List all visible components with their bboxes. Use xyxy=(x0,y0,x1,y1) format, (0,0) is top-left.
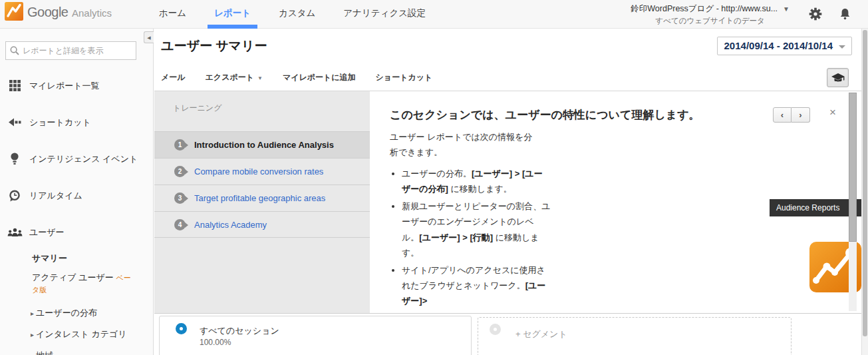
close-icon[interactable]: × xyxy=(829,106,836,119)
info-bullet: ユーザーの分布。[ユーザー] > [ユーザーの分布] に移動します。 xyxy=(402,166,551,196)
lesson-number-badge: 1 xyxy=(174,139,186,151)
training-lesson[interactable]: 3 Target profitable geographic areas xyxy=(154,184,370,211)
expand-caret-icon: ▸ xyxy=(31,352,34,355)
training-heading: このセクションでは、ユーザーの特性について理解します。 xyxy=(390,107,700,123)
segment-percent: 100.00% xyxy=(200,338,231,347)
sidebar-subitem[interactable]: ▸インタレスト カテゴリ xyxy=(0,324,153,345)
expand-caret-icon: ▸ xyxy=(31,310,34,317)
top-bar: Google Analytics ホームレポートカスタムアナリティクス設定 鈴印… xyxy=(0,0,868,29)
clock-icon xyxy=(7,190,23,202)
toolbar-item[interactable]: ショートカット xyxy=(366,63,443,91)
prev-lesson-button[interactable]: ‹ xyxy=(773,107,792,123)
training-toggle-button[interactable] xyxy=(827,68,849,87)
date-range-selector[interactable]: 2014/09/14 - 2014/10/14 xyxy=(717,37,852,55)
toolbar-item[interactable]: メール xyxy=(161,63,196,91)
expand-caret-icon: ▸ xyxy=(31,331,34,338)
brand-google: Google xyxy=(27,5,69,20)
training-lesson[interactable]: 4 Analytics Academy xyxy=(154,211,370,238)
bullet-list: ユーザーの分布。[ユーザー] > [ユーザーの分布] に移動します。新規ユーザー… xyxy=(402,166,551,310)
grid-icon xyxy=(7,80,23,91)
lesson-number-badge: 3 xyxy=(174,192,186,204)
training-panel-title: トレーニング xyxy=(173,103,221,114)
info-bullet: 新規ユーザーとリピーターの割合、ユーザーのエンゲージメントのレベル。[ユーザー]… xyxy=(402,198,551,260)
google-analytics-logo-icon[interactable] xyxy=(5,2,23,21)
page-scrollbar[interactable] xyxy=(861,29,868,355)
sidebar-subitem[interactable]: ▸ユーザーの分布 xyxy=(0,302,153,324)
graduation-cap-icon xyxy=(831,73,845,83)
segment-label: すべてのセッション xyxy=(200,325,279,337)
search-input[interactable] xyxy=(23,46,129,55)
sidebar: ◀ マイレポート一覧 ショートカット インテリジェンス イベント リアルタイム … xyxy=(0,29,154,355)
main-area: ユーザー サマリー 2014/09/14 - 2014/10/14 メールエクス… xyxy=(154,29,868,355)
lesson-number-badge: 2 xyxy=(174,166,186,177)
video-title: Audience Reports xyxy=(776,203,839,212)
toolbar-item[interactable]: マイレポートに追加 xyxy=(273,63,366,91)
content-scrollbar[interactable] xyxy=(849,93,857,311)
sidebar-subitem[interactable]: アクティブ ユーザー ベータ版 xyxy=(0,272,133,296)
date-dropdown-caret-icon xyxy=(839,45,845,49)
topnav-item[interactable]: レポート xyxy=(200,0,265,29)
shortcut-arrow-icon xyxy=(7,118,23,127)
lesson-pager: ‹ › xyxy=(773,107,810,123)
sidebar-item[interactable]: リアルタイム xyxy=(0,177,153,214)
sidebar-item[interactable]: インテリジェンス イベント xyxy=(0,141,153,177)
add-segment-button[interactable]: + セグメント xyxy=(478,317,792,355)
training-section: トレーニング 1 Introduction to Audience Analys… xyxy=(154,91,868,313)
sidebar-search xyxy=(5,41,136,60)
sidebar-collapse-icon[interactable]: ◀ xyxy=(144,31,154,43)
training-panel: トレーニング 1 Introduction to Audience Analys… xyxy=(154,91,370,313)
account-dropdown-caret-icon: ▼ xyxy=(783,5,790,13)
info-bullet: サイト/アプリへのアクセスに使用されたブラウザとネットワーク。[ユーザー]> xyxy=(402,262,551,308)
dropdown-caret-icon: ▼ xyxy=(257,75,263,81)
page-title: ユーザー サマリー xyxy=(161,37,267,55)
brand-analytics: Analytics xyxy=(72,7,112,19)
page-scrollbar-thumb[interactable] xyxy=(863,30,867,336)
training-content: このセクションでは、ユーザーの特性について理解します。 ‹ › × ユーザー レ… xyxy=(370,91,868,313)
sidebar-submenu: サマリー アクティブ ユーザー ベータ版 ▸ユーザーの分布 ▸インタレスト カテ… xyxy=(0,248,153,355)
topnav: ホームレポートカスタムアナリティクス設定 xyxy=(145,0,440,29)
users-icon xyxy=(7,227,23,238)
all-sessions-segment[interactable]: すべてのセッション 100.00% xyxy=(159,316,472,355)
sidebar-item[interactable]: ユーザー xyxy=(0,214,153,250)
toolbar-item[interactable]: エクスポート▼ xyxy=(196,63,273,91)
segment-ring-icon xyxy=(176,323,187,334)
lightbulb-icon xyxy=(7,153,23,165)
sidebar-subitem[interactable]: サマリー xyxy=(0,248,153,268)
training-intro: ユーザー レポートでは次の情報を分析できます。 xyxy=(390,130,535,161)
sidebar-subitem[interactable]: ▸地域 xyxy=(0,345,153,355)
next-lesson-button[interactable]: › xyxy=(792,107,810,123)
training-lesson[interactable]: 1 Introduction to Audience Analysis xyxy=(154,131,370,158)
topnav-item[interactable]: カスタム xyxy=(265,0,329,29)
topnav-item[interactable]: アナリティクス設定 xyxy=(329,0,440,29)
lesson-number-badge: 4 xyxy=(174,219,186,230)
segment-bar: すべてのセッション 100.00% + セグメント xyxy=(154,313,868,355)
search-icon xyxy=(10,46,19,55)
sidebar-item[interactable]: ショートカット xyxy=(0,104,153,141)
training-lesson[interactable]: 2 Compare mobile conversion rates xyxy=(154,158,370,184)
account-view-name: すべてのウェブサイトのデータ xyxy=(631,16,790,26)
sidebar-menu: マイレポート一覧 ショートカット インテリジェンス イベント リアルタイム ユー… xyxy=(0,67,153,250)
topnav-item[interactable]: ホーム xyxy=(145,0,200,29)
gear-icon[interactable] xyxy=(808,7,823,22)
action-bar-items: メールエクスポート▼マイレポートに追加ショートカット xyxy=(161,63,442,91)
lesson-list: 1 Introduction to Audience Analysis 2 Co… xyxy=(154,131,370,238)
add-segment-label: + セグメント xyxy=(515,328,567,340)
account-name: 鈴印WordPressブログ - http://www.su... xyxy=(631,4,778,13)
account-selector[interactable]: 鈴印WordPressブログ - http://www.su...▼ すべてのウ… xyxy=(631,3,790,26)
content-scrollbar-thumb[interactable] xyxy=(849,93,857,242)
action-bar: メールエクスポート▼マイレポートに追加ショートカット xyxy=(154,63,868,91)
bell-icon[interactable] xyxy=(837,7,852,22)
sidebar-item[interactable]: マイレポート一覧 xyxy=(0,67,153,104)
add-segment-ring-icon xyxy=(490,324,501,335)
